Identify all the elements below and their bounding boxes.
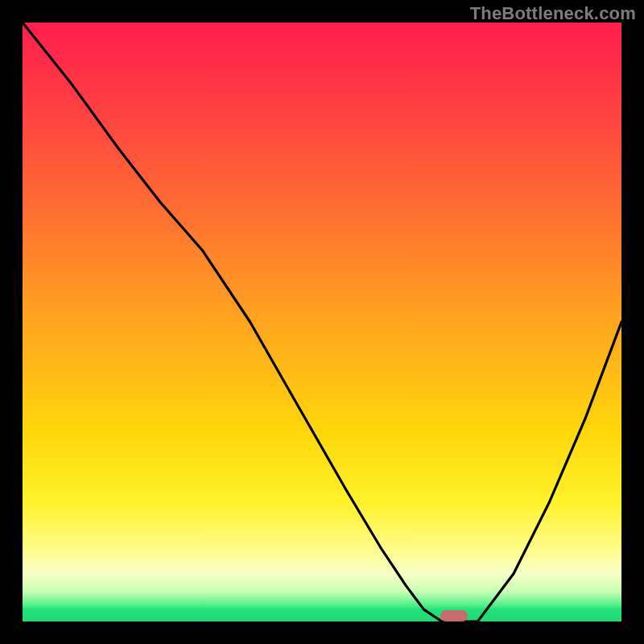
watermark-text: TheBottleneck.com [470, 3, 636, 24]
chart-frame: TheBottleneck.com [0, 0, 644, 644]
bottleneck-curve [23, 23, 621, 621]
optimal-marker [440, 610, 468, 621]
plot-area [23, 23, 621, 621]
